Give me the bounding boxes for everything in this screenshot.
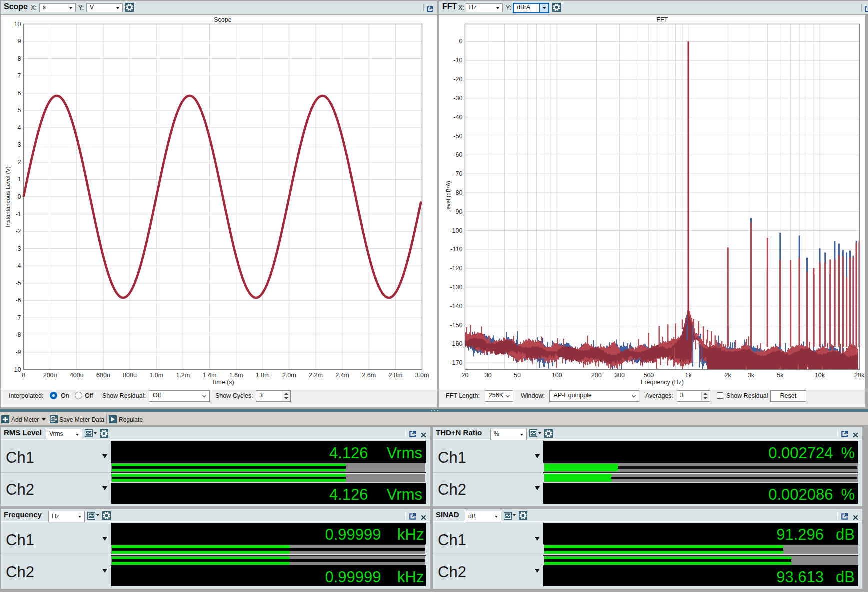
svg-text:-9: -9 — [16, 349, 21, 356]
svg-text:10: 10 — [14, 21, 22, 28]
svg-text:-160: -160 — [450, 340, 462, 347]
svg-text:Level (dBrA): Level (dBrA) — [446, 181, 452, 213]
svg-text:3: 3 — [18, 141, 22, 148]
svg-text:1.8m: 1.8m — [256, 372, 270, 379]
svg-text:600u: 600u — [96, 372, 110, 379]
svg-text:3k: 3k — [748, 372, 755, 379]
svg-text:Frequency (Hz): Frequency (Hz) — [641, 379, 684, 386]
svg-text:-10: -10 — [454, 57, 462, 64]
svg-text:0: 0 — [18, 193, 22, 200]
svg-text:2.0m: 2.0m — [282, 372, 296, 379]
svg-text:-170: -170 — [450, 359, 462, 366]
svg-text:-40: -40 — [454, 114, 462, 121]
svg-text:-30: -30 — [454, 95, 462, 102]
svg-text:-10: -10 — [12, 366, 21, 373]
svg-text:1: 1 — [18, 176, 22, 183]
svg-text:-80: -80 — [454, 189, 462, 196]
svg-text:-140: -140 — [450, 303, 462, 310]
svg-text:1.4m: 1.4m — [203, 372, 217, 379]
svg-text:Time (s): Time (s) — [212, 379, 234, 386]
svg-text:0: 0 — [459, 38, 462, 45]
svg-text:-50: -50 — [454, 133, 462, 140]
svg-text:8: 8 — [18, 55, 22, 62]
svg-text:500: 500 — [644, 372, 654, 379]
svg-text:5: 5 — [18, 107, 22, 114]
svg-text:6: 6 — [18, 90, 22, 97]
svg-text:3.0m: 3.0m — [416, 372, 430, 379]
svg-text:0: 0 — [22, 372, 26, 379]
svg-text:2.4m: 2.4m — [336, 372, 350, 379]
svg-text:2: 2 — [18, 159, 22, 166]
svg-text:800u: 800u — [123, 372, 137, 379]
svg-text:-7: -7 — [16, 314, 21, 321]
svg-text:300: 300 — [614, 372, 625, 379]
svg-text:-70: -70 — [454, 170, 462, 177]
svg-text:-110: -110 — [450, 246, 462, 253]
svg-text:-90: -90 — [454, 208, 462, 215]
svg-text:2k: 2k — [725, 372, 732, 379]
svg-text:2.2m: 2.2m — [309, 372, 323, 379]
svg-text:-150: -150 — [450, 322, 462, 329]
svg-text:30: 30 — [485, 372, 492, 379]
svg-text:20k: 20k — [854, 372, 865, 379]
svg-text:-130: -130 — [450, 284, 462, 291]
svg-text:FFT: FFT — [656, 16, 668, 23]
svg-text:-1: -1 — [16, 211, 21, 218]
svg-text:9: 9 — [18, 38, 22, 45]
svg-text:Instantaneous Level (V): Instantaneous Level (V) — [5, 166, 11, 227]
svg-text:7: 7 — [18, 72, 22, 79]
svg-text:1.2m: 1.2m — [176, 372, 190, 379]
svg-text:Scope: Scope — [214, 16, 232, 23]
svg-text:4: 4 — [18, 124, 22, 131]
svg-text:-20: -20 — [454, 76, 462, 83]
svg-text:200u: 200u — [44, 372, 58, 379]
svg-text:10k: 10k — [815, 372, 826, 379]
svg-text:50: 50 — [514, 372, 521, 379]
svg-text:-120: -120 — [450, 265, 462, 272]
svg-text:1k: 1k — [685, 372, 692, 379]
svg-text:-3: -3 — [16, 245, 21, 252]
svg-text:100: 100 — [552, 372, 562, 379]
svg-text:200: 200 — [592, 372, 602, 379]
svg-text:1.6m: 1.6m — [230, 372, 244, 379]
svg-text:2.8m: 2.8m — [389, 372, 403, 379]
svg-text:-8: -8 — [16, 331, 21, 338]
svg-text:5k: 5k — [777, 372, 784, 379]
svg-text:-60: -60 — [454, 151, 462, 158]
svg-text:1.0m: 1.0m — [150, 372, 164, 379]
svg-text:-4: -4 — [16, 262, 21, 269]
svg-text:-5: -5 — [16, 280, 21, 287]
svg-text:-6: -6 — [16, 297, 21, 304]
svg-text:400u: 400u — [70, 372, 84, 379]
svg-text:-100: -100 — [450, 227, 462, 234]
svg-text:20: 20 — [462, 372, 468, 379]
svg-text:2.6m: 2.6m — [362, 372, 376, 379]
svg-text:-2: -2 — [16, 228, 21, 235]
